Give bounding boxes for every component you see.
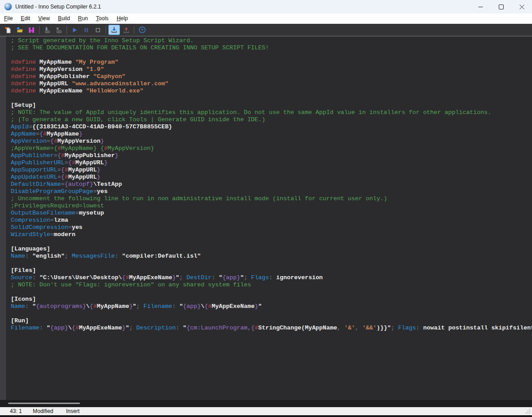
code-line: DefaultDirName={autopf}\TestApp (11, 181, 532, 188)
code-line: #define MyAppName "My Program" (11, 59, 532, 66)
horizontal-scrollbar-thumb[interactable] (8, 403, 80, 404)
title-bar: Untitled - Inno Setup Compiler 6.2.1 (0, 0, 532, 13)
code-line: AppUpdatesURL={#MyAppURL} (11, 174, 532, 181)
menu-build[interactable]: Build (54, 14, 74, 23)
code-line: AppPublisher={#MyAppPublisher} (11, 152, 532, 159)
code-line: Filename: "{app}\{#MyAppExeName}"; Descr… (11, 325, 532, 332)
close-icon (519, 4, 524, 9)
new-script-button[interactable] (2, 25, 14, 35)
code-line: Source: "C:\Users\User\Desktop\{#MyAppEx… (11, 274, 532, 281)
maximize-icon (499, 4, 504, 9)
target-uninstall-icon (123, 26, 130, 34)
menu-help[interactable]: Help (113, 14, 132, 23)
target-setup-icon (111, 26, 118, 34)
inno-setup-app-icon (4, 3, 12, 10)
toolbar-separator (106, 26, 106, 34)
cursor-position: 43: 1 (10, 407, 22, 415)
horizontal-scrollbar[interactable] (0, 400, 532, 407)
code-line: ; SEE THE DOCUMENTATION FOR DETAILS ON C… (11, 44, 532, 52)
code-line: DisableProgramGroupPage=yes (11, 188, 532, 195)
pause-button[interactable] (80, 25, 92, 35)
code-line: #define MyAppExeName "HelloWorld.exe" (11, 88, 532, 95)
menu-view[interactable]: View (34, 14, 54, 23)
new-script-icon (4, 26, 12, 34)
code-line: #define MyAppURL "www.advancedinstaller.… (11, 80, 532, 88)
compile-icon (44, 26, 51, 34)
code-line: AppName={#MyAppName} (11, 131, 532, 138)
save-script-icon (28, 26, 35, 34)
code-line (11, 95, 532, 102)
code-line (11, 52, 532, 59)
code-line: AppSupportURL={#MyAppURL} (11, 167, 532, 174)
code-line: AppId={{3183C1A3-4CCD-41AD-B940-57C7B885… (11, 123, 532, 131)
insert-mode-indicator: Insert (66, 407, 80, 415)
stop-compile-icon (55, 26, 62, 34)
minimize-button[interactable] (470, 0, 491, 13)
status-bar: 43: 1 Modified Insert (0, 407, 532, 415)
code-line: [Languages] (11, 246, 532, 253)
code-line: [Files] (11, 267, 532, 274)
code-line: [Setup] (11, 102, 532, 109)
menu-bar: FileEditViewBuildRunToolsHelp (0, 13, 532, 24)
code-line: ; (To generate a new GUID, click Tools |… (11, 116, 532, 123)
help-button[interactable]: ? (136, 25, 148, 35)
compile-button[interactable] (41, 25, 53, 35)
menu-tools[interactable]: Tools (92, 14, 113, 23)
open-script-button[interactable] (14, 25, 26, 35)
terminate-icon (94, 26, 102, 34)
save-script-button[interactable] (26, 25, 37, 35)
code-line: [Run] (11, 317, 532, 325)
toolbar-separator (134, 26, 134, 34)
code-line: #define MyAppVersion "1.0" (11, 66, 532, 73)
window-bottom-edge (0, 415, 532, 417)
code-line: AppVersion={#MyAppVersion} (11, 138, 532, 145)
svg-text:?: ? (141, 27, 143, 32)
code-line: ; Uncomment the following line to run in… (11, 195, 532, 202)
resize-grip[interactable] (529, 413, 530, 413)
code-line: WizardStyle=modern (11, 231, 532, 238)
terminate-button[interactable] (92, 25, 104, 35)
pause-icon (83, 26, 90, 34)
target-setup-button[interactable] (108, 25, 120, 35)
toolbar-separator (66, 26, 67, 34)
code-line: ; NOTE: Don't use "Flags: ignoreversion"… (11, 281, 532, 289)
code-line (11, 260, 532, 267)
code-line: ;AppVerName={#MyAppName} {#MyAppVersion} (11, 145, 532, 152)
code-line: ; NOTE: The value of AppId uniquely iden… (11, 109, 532, 116)
open-script-icon (16, 26, 23, 34)
maximize-button[interactable] (491, 0, 511, 13)
help-icon: ? (138, 26, 146, 34)
code-line: Name: "{autoprograms}\{#MyAppName}"; Fil… (11, 303, 532, 310)
toolbar: ? (0, 24, 532, 36)
close-button[interactable] (511, 0, 532, 13)
stop-compile-button[interactable] (53, 25, 65, 35)
code-line: ; Script generated by the Inno Setup Scr… (11, 37, 532, 44)
code-line (11, 289, 532, 296)
code-line: Compression=lzma (11, 217, 532, 224)
code-line: Name: "english"; MessagesFile: "compiler… (11, 253, 532, 260)
code-lines: ; Script generated by the Inno Setup Scr… (0, 37, 532, 332)
modified-indicator: Modified (33, 407, 53, 415)
target-uninstall-button[interactable] (120, 25, 132, 35)
code-line: AppPublisherURL={#MyAppURL} (11, 159, 532, 167)
code-line: OutputBaseFilename=mysetup (11, 210, 532, 217)
menu-file[interactable]: File (0, 14, 17, 23)
code-line: [Icons] (11, 296, 532, 303)
window-title: Untitled - Inno Setup Compiler 6.2.1 (15, 4, 101, 10)
toolbar-separator (39, 26, 40, 34)
code-line: #define MyAppPublisher "Caphyon" (11, 73, 532, 80)
menu-run[interactable]: Run (74, 14, 92, 23)
window-controls (470, 0, 532, 13)
minimize-icon (478, 4, 483, 9)
menu-edit[interactable]: Edit (17, 14, 34, 23)
code-line (11, 238, 532, 246)
script-editor[interactable]: ; Script generated by the Inno Setup Scr… (0, 36, 532, 400)
code-line: ;PrivilegesRequired=lowest (11, 202, 532, 210)
code-line (11, 310, 532, 317)
run-button[interactable] (69, 25, 80, 35)
code-line: SolidCompression=yes (11, 224, 532, 231)
run-icon (71, 26, 78, 34)
